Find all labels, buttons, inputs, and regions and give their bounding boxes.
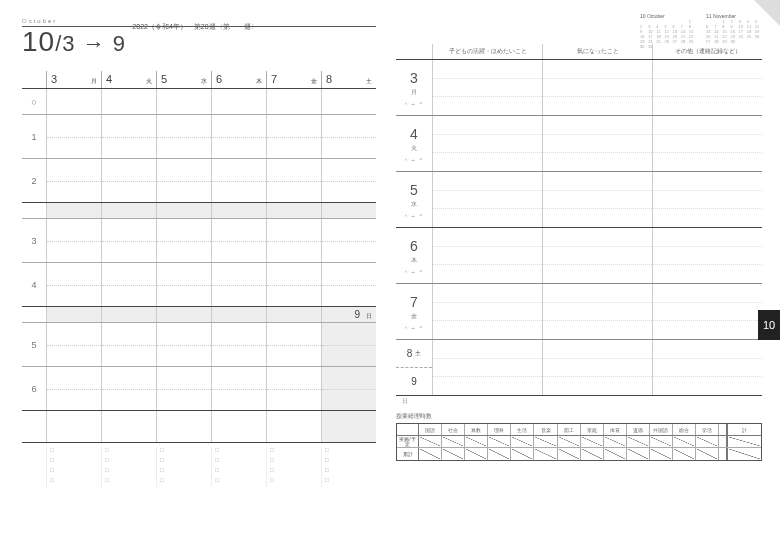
checkbox-cell[interactable]: □ bbox=[46, 477, 101, 487]
checkbox-cell[interactable]: □ bbox=[211, 447, 266, 457]
period-cell[interactable] bbox=[211, 263, 266, 306]
period-cell[interactable] bbox=[101, 159, 156, 202]
period-cell[interactable] bbox=[266, 219, 321, 262]
note-cell[interactable] bbox=[652, 284, 762, 339]
period-cell[interactable] bbox=[101, 89, 156, 114]
checkbox-cell[interactable]: □ bbox=[211, 467, 266, 477]
checkbox-cell[interactable]: □ bbox=[321, 447, 376, 457]
note-cell[interactable] bbox=[432, 116, 542, 171]
note-cell[interactable] bbox=[652, 60, 762, 115]
subject-cell[interactable] bbox=[511, 436, 534, 447]
period-cell[interactable] bbox=[266, 203, 321, 218]
subject-cell[interactable] bbox=[534, 436, 557, 447]
period-cell[interactable] bbox=[321, 219, 376, 262]
period-cell[interactable] bbox=[321, 203, 376, 218]
checkbox-cell[interactable]: □ bbox=[101, 477, 156, 487]
period-cell[interactable] bbox=[211, 219, 266, 262]
period-cell[interactable] bbox=[211, 307, 266, 322]
period-cell[interactable] bbox=[266, 89, 321, 114]
subject-cell[interactable] bbox=[419, 436, 442, 447]
period-cell[interactable] bbox=[101, 219, 156, 262]
period-cell[interactable] bbox=[211, 115, 266, 158]
checkbox-cell[interactable]: □ bbox=[46, 467, 101, 477]
period-cell[interactable] bbox=[156, 203, 211, 218]
period-cell[interactable] bbox=[211, 411, 266, 442]
period-cell[interactable] bbox=[156, 307, 211, 322]
subject-cell[interactable] bbox=[696, 448, 719, 460]
note-cell[interactable] bbox=[432, 284, 542, 339]
period-cell[interactable] bbox=[46, 115, 101, 158]
period-cell[interactable] bbox=[46, 307, 101, 322]
subject-cell[interactable] bbox=[581, 436, 604, 447]
checkbox-cell[interactable]: □ bbox=[211, 457, 266, 467]
checkbox-cell[interactable]: □ bbox=[101, 467, 156, 477]
note-cell[interactable] bbox=[432, 228, 542, 283]
period-cell[interactable] bbox=[46, 263, 101, 306]
checkbox-cell[interactable]: □ bbox=[46, 457, 101, 467]
checkbox-cell[interactable]: □ bbox=[321, 457, 376, 467]
subject-cell[interactable] bbox=[488, 436, 511, 447]
subject-cell[interactable] bbox=[534, 448, 557, 460]
period-cell[interactable] bbox=[101, 323, 156, 366]
note-cell[interactable] bbox=[542, 228, 652, 283]
period-cell[interactable] bbox=[321, 367, 376, 410]
subject-cell[interactable] bbox=[627, 436, 650, 447]
note-cell[interactable] bbox=[432, 60, 542, 115]
note-cell[interactable] bbox=[542, 284, 652, 339]
period-cell[interactable] bbox=[321, 89, 376, 114]
subject-cell[interactable] bbox=[511, 448, 534, 460]
checkbox-cell[interactable]: □ bbox=[46, 447, 101, 457]
note-cell[interactable] bbox=[652, 172, 762, 227]
subject-cell[interactable] bbox=[442, 436, 465, 447]
subject-cell[interactable] bbox=[465, 436, 488, 447]
period-cell[interactable] bbox=[211, 159, 266, 202]
period-cell[interactable] bbox=[321, 115, 376, 158]
note-cell[interactable] bbox=[542, 116, 652, 171]
period-cell[interactable] bbox=[46, 203, 101, 218]
subject-cell[interactable] bbox=[604, 448, 627, 460]
period-cell[interactable] bbox=[101, 411, 156, 442]
period-cell[interactable] bbox=[321, 159, 376, 202]
checkbox-cell[interactable]: □ bbox=[266, 457, 321, 467]
period-cell[interactable] bbox=[321, 411, 376, 442]
period-cell[interactable] bbox=[266, 263, 321, 306]
period-cell[interactable] bbox=[156, 323, 211, 366]
checkbox-cell[interactable]: □ bbox=[156, 477, 211, 487]
subject-cell[interactable] bbox=[442, 448, 465, 460]
period-cell[interactable] bbox=[46, 323, 101, 366]
checkbox-cell[interactable]: □ bbox=[156, 447, 211, 457]
period-cell[interactable] bbox=[266, 323, 321, 366]
subject-cell[interactable] bbox=[673, 448, 696, 460]
note-cell[interactable] bbox=[542, 60, 652, 115]
period-cell[interactable] bbox=[101, 367, 156, 410]
period-cell[interactable] bbox=[211, 89, 266, 114]
period-cell[interactable] bbox=[156, 115, 211, 158]
checkbox-cell[interactable]: □ bbox=[266, 447, 321, 457]
period-cell[interactable] bbox=[156, 367, 211, 410]
note-cell[interactable] bbox=[652, 228, 762, 283]
period-cell[interactable] bbox=[46, 159, 101, 202]
period-cell[interactable] bbox=[46, 367, 101, 410]
subject-cell[interactable] bbox=[558, 448, 581, 460]
subject-cell[interactable] bbox=[650, 436, 673, 447]
subject-cell[interactable] bbox=[465, 448, 488, 460]
subject-cell[interactable] bbox=[488, 448, 511, 460]
subject-cell[interactable] bbox=[558, 436, 581, 447]
period-cell[interactable] bbox=[266, 307, 321, 322]
note-cell[interactable] bbox=[542, 172, 652, 227]
checkbox-cell[interactable]: □ bbox=[211, 477, 266, 487]
checkbox-cell[interactable]: □ bbox=[266, 467, 321, 477]
checkbox-cell[interactable]: □ bbox=[321, 477, 376, 487]
subject-cell[interactable] bbox=[650, 448, 673, 460]
period-cell[interactable] bbox=[101, 203, 156, 218]
subject-cell[interactable] bbox=[673, 436, 696, 447]
checkbox-cell[interactable]: □ bbox=[266, 477, 321, 487]
period-cell[interactable] bbox=[46, 89, 101, 114]
period-cell[interactable] bbox=[101, 115, 156, 158]
period-cell[interactable] bbox=[266, 367, 321, 410]
subject-cell[interactable] bbox=[696, 436, 719, 447]
checkbox-cell[interactable]: □ bbox=[321, 467, 376, 477]
period-cell[interactable]: 9日 bbox=[321, 307, 376, 322]
subject-cell[interactable] bbox=[604, 436, 627, 447]
period-cell[interactable] bbox=[211, 323, 266, 366]
